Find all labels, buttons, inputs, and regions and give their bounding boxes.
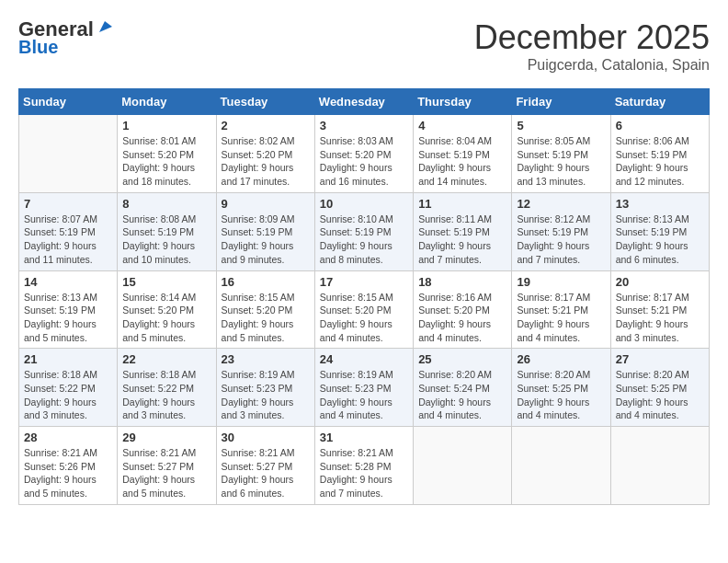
table-row: 29Sunrise: 8:21 AMSunset: 5:27 PMDayligh… <box>118 427 216 505</box>
day-info: Sunrise: 8:02 AMSunset: 5:20 PMDaylight:… <box>222 134 310 189</box>
day-info: Sunrise: 8:19 AMSunset: 5:23 PMDaylight:… <box>320 368 408 422</box>
day-number: 30 <box>222 431 310 444</box>
day-number: 17 <box>320 275 408 289</box>
day-number: 2 <box>222 119 310 132</box>
day-number: 18 <box>418 275 506 289</box>
day-number: 10 <box>320 197 408 211</box>
day-info: Sunrise: 8:14 AMSunset: 5:20 PMDaylight:… <box>122 291 210 345</box>
day-info: Sunrise: 8:20 AMSunset: 5:25 PMDaylight:… <box>517 368 605 422</box>
day-info: Sunrise: 8:10 AMSunset: 5:19 PMDaylight:… <box>320 213 408 267</box>
day-info: Sunrise: 8:20 AMSunset: 5:25 PMDaylight:… <box>616 368 704 422</box>
col-tuesday: Tuesday <box>216 89 314 115</box>
day-number: 9 <box>222 197 310 211</box>
day-number: 1 <box>122 119 210 132</box>
table-row: 3Sunrise: 8:03 AMSunset: 5:20 PMDaylight… <box>314 115 413 193</box>
day-info: Sunrise: 8:04 AMSunset: 5:19 PMDaylight:… <box>418 134 506 189</box>
day-info: Sunrise: 8:19 AMSunset: 5:23 PMDaylight:… <box>222 368 310 422</box>
day-number: 8 <box>122 197 210 211</box>
table-row: 24Sunrise: 8:19 AMSunset: 5:23 PMDayligh… <box>314 349 413 427</box>
day-info: Sunrise: 8:18 AMSunset: 5:22 PMDaylight:… <box>122 368 210 422</box>
day-info: Sunrise: 8:08 AMSunset: 5:19 PMDaylight:… <box>122 213 210 267</box>
table-row: 10Sunrise: 8:10 AMSunset: 5:19 PMDayligh… <box>314 192 413 270</box>
calendar-week-row: 21Sunrise: 8:18 AMSunset: 5:22 PMDayligh… <box>19 349 710 427</box>
day-number: 25 <box>418 352 506 366</box>
table-row: 18Sunrise: 8:16 AMSunset: 5:20 PMDayligh… <box>414 270 512 349</box>
table-row: 12Sunrise: 8:12 AMSunset: 5:19 PMDayligh… <box>512 192 610 270</box>
day-number: 6 <box>616 119 704 132</box>
day-info: Sunrise: 8:18 AMSunset: 5:22 PMDaylight:… <box>24 368 112 422</box>
day-info: Sunrise: 8:13 AMSunset: 5:19 PMDaylight:… <box>616 213 704 267</box>
table-row: 14Sunrise: 8:13 AMSunset: 5:19 PMDayligh… <box>19 270 118 349</box>
table-row: 20Sunrise: 8:17 AMSunset: 5:21 PMDayligh… <box>610 270 709 349</box>
day-info: Sunrise: 8:17 AMSunset: 5:21 PMDaylight:… <box>616 291 704 345</box>
day-info: Sunrise: 8:16 AMSunset: 5:20 PMDaylight:… <box>418 291 506 345</box>
day-number: 29 <box>122 431 210 444</box>
table-row: 4Sunrise: 8:04 AMSunset: 5:19 PMDaylight… <box>414 115 512 193</box>
table-row: 11Sunrise: 8:11 AMSunset: 5:19 PMDayligh… <box>414 192 512 270</box>
table-row: 6Sunrise: 8:06 AMSunset: 5:19 PMDaylight… <box>610 115 709 193</box>
table-row: 8Sunrise: 8:08 AMSunset: 5:19 PMDaylight… <box>118 192 216 270</box>
table-row: 25Sunrise: 8:20 AMSunset: 5:24 PMDayligh… <box>414 349 512 427</box>
month-title: December 2025 <box>474 18 710 57</box>
table-row: 26Sunrise: 8:20 AMSunset: 5:25 PMDayligh… <box>512 349 610 427</box>
table-row: 28Sunrise: 8:21 AMSunset: 5:26 PMDayligh… <box>19 427 118 505</box>
table-row: 21Sunrise: 8:18 AMSunset: 5:22 PMDayligh… <box>19 349 118 427</box>
day-info: Sunrise: 8:17 AMSunset: 5:21 PMDaylight:… <box>517 291 605 345</box>
calendar-table: Sunday Monday Tuesday Wednesday Thursday… <box>18 88 710 505</box>
table-row <box>512 427 610 505</box>
logo: General Blue <box>18 18 112 57</box>
day-number: 4 <box>418 119 506 132</box>
calendar-week-row: 14Sunrise: 8:13 AMSunset: 5:19 PMDayligh… <box>19 270 710 349</box>
table-row: 5Sunrise: 8:05 AMSunset: 5:19 PMDaylight… <box>512 115 610 193</box>
calendar-week-row: 1Sunrise: 8:01 AMSunset: 5:20 PMDaylight… <box>19 115 710 193</box>
calendar-header-row: Sunday Monday Tuesday Wednesday Thursday… <box>19 89 710 115</box>
table-row: 30Sunrise: 8:21 AMSunset: 5:27 PMDayligh… <box>216 427 314 505</box>
table-row <box>414 427 512 505</box>
table-row: 31Sunrise: 8:21 AMSunset: 5:28 PMDayligh… <box>314 427 413 505</box>
table-row: 9Sunrise: 8:09 AMSunset: 5:19 PMDaylight… <box>216 192 314 270</box>
page-container: General Blue December 2025 Puigcerda, Ca… <box>18 18 710 505</box>
table-row: 22Sunrise: 8:18 AMSunset: 5:22 PMDayligh… <box>118 349 216 427</box>
day-number: 28 <box>24 431 112 444</box>
table-row: 2Sunrise: 8:02 AMSunset: 5:20 PMDaylight… <box>216 115 314 193</box>
table-row: 7Sunrise: 8:07 AMSunset: 5:19 PMDaylight… <box>19 192 118 270</box>
table-row: 19Sunrise: 8:17 AMSunset: 5:21 PMDayligh… <box>512 270 610 349</box>
day-info: Sunrise: 8:06 AMSunset: 5:19 PMDaylight:… <box>616 134 704 189</box>
day-number: 20 <box>616 275 704 289</box>
day-number: 24 <box>320 352 408 366</box>
table-row: 15Sunrise: 8:14 AMSunset: 5:20 PMDayligh… <box>118 270 216 349</box>
calendar-week-row: 7Sunrise: 8:07 AMSunset: 5:19 PMDaylight… <box>19 192 710 270</box>
day-number: 14 <box>24 275 112 289</box>
location-subtitle: Puigcerda, Catalonia, Spain <box>474 57 710 74</box>
day-number: 7 <box>24 197 112 211</box>
day-info: Sunrise: 8:03 AMSunset: 5:20 PMDaylight:… <box>320 134 408 189</box>
day-info: Sunrise: 8:11 AMSunset: 5:19 PMDaylight:… <box>418 213 506 267</box>
table-row: 1Sunrise: 8:01 AMSunset: 5:20 PMDaylight… <box>118 115 216 193</box>
day-number: 21 <box>24 352 112 366</box>
table-row: 17Sunrise: 8:15 AMSunset: 5:20 PMDayligh… <box>314 270 413 349</box>
day-info: Sunrise: 8:20 AMSunset: 5:24 PMDaylight:… <box>418 368 506 422</box>
col-wednesday: Wednesday <box>314 89 413 115</box>
col-monday: Monday <box>118 89 216 115</box>
day-info: Sunrise: 8:15 AMSunset: 5:20 PMDaylight:… <box>222 291 310 345</box>
day-number: 31 <box>320 431 408 444</box>
day-number: 27 <box>616 352 704 366</box>
col-sunday: Sunday <box>19 89 118 115</box>
col-saturday: Saturday <box>610 89 709 115</box>
day-info: Sunrise: 8:21 AMSunset: 5:26 PMDaylight:… <box>24 446 112 500</box>
table-row: 23Sunrise: 8:19 AMSunset: 5:23 PMDayligh… <box>216 349 314 427</box>
day-number: 3 <box>320 119 408 132</box>
logo-text-blue: Blue <box>18 37 58 57</box>
day-info: Sunrise: 8:12 AMSunset: 5:19 PMDaylight:… <box>517 213 605 267</box>
day-number: 19 <box>517 275 605 289</box>
day-number: 16 <box>222 275 310 289</box>
svg-marker-0 <box>99 21 112 32</box>
day-info: Sunrise: 8:05 AMSunset: 5:19 PMDaylight:… <box>517 134 605 189</box>
day-info: Sunrise: 8:15 AMSunset: 5:20 PMDaylight:… <box>320 291 408 345</box>
day-info: Sunrise: 8:13 AMSunset: 5:19 PMDaylight:… <box>24 291 112 345</box>
day-number: 23 <box>222 352 310 366</box>
day-number: 13 <box>616 197 704 211</box>
logo-bird-icon <box>96 19 112 36</box>
table-row <box>19 115 118 193</box>
day-number: 5 <box>517 119 605 132</box>
